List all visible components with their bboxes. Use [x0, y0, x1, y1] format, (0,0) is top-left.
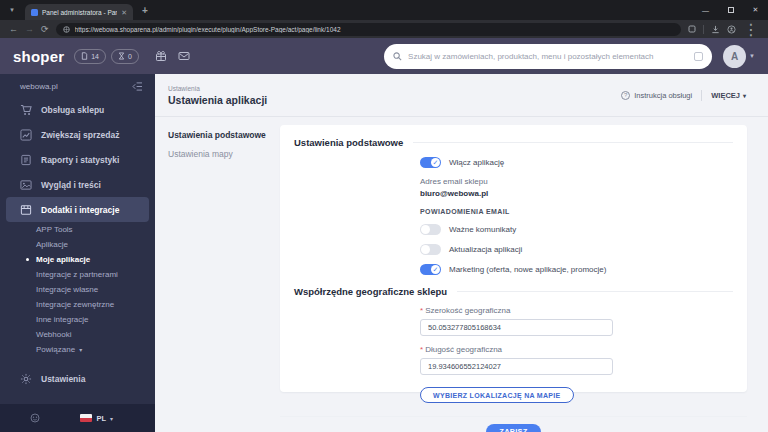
enable-app-toggle[interactable]: ✓ [420, 157, 441, 168]
notify-updates-row: ✓ Aktualizacja aplikacji [420, 244, 733, 255]
sidebar-subitem-integracje-z-partnerami[interactable]: Integracje z partnerami [0, 267, 155, 282]
language-selector[interactable]: PL ▾ [80, 414, 113, 423]
gear-icon [20, 373, 32, 385]
subnav-ustawienia-mapy[interactable]: Ustawienia mapy [168, 149, 278, 159]
subitem-label: APP Tools [36, 225, 73, 234]
sidebar-footer: PL ▾ [0, 404, 155, 432]
reload-icon[interactable]: ⟳ [41, 25, 49, 34]
email-value: biuro@webowa.pl [420, 189, 733, 198]
email-label: Adres email sklepu [420, 177, 733, 186]
sidebar-item-zwiekszaj-sprzedaz[interactable]: Zwiększaj sprzedaż [0, 122, 155, 147]
sidebar-item-dodatki-integracje[interactable]: Dodatki i integracje [6, 197, 149, 222]
chevron-down-icon: ▾ [79, 346, 82, 353]
maximize-button[interactable] [718, 0, 743, 20]
account-menu[interactable]: A ▼ [723, 45, 755, 68]
latitude-label: *Szerokość geograficzna [420, 306, 733, 315]
sidebar-header: webowa.pl [0, 74, 155, 97]
plugin-icon [20, 204, 32, 216]
active-dot [26, 258, 29, 261]
save-button[interactable]: ZAPISZ [486, 424, 540, 432]
sidebar-item-ustawienia[interactable]: Ustawienia [0, 366, 155, 391]
sidebar-item-wyglad[interactable]: Wygląd i treści [0, 172, 155, 197]
sidebar-item-label: Dodatki i integracje [41, 205, 119, 215]
sidebar-item-label: Raporty i statystyki [41, 155, 119, 165]
sidebar-subitem-webhooki[interactable]: Webhooki [0, 327, 155, 342]
sidebar-subitem-inne-integracje[interactable]: Inne integracje [0, 312, 155, 327]
sidebar-item-label: Zwiększaj sprzedaż [41, 130, 119, 140]
back-icon[interactable]: ← [9, 25, 18, 34]
main-content: Ustawienia Ustawienia aplikacji ? Instru… [155, 74, 768, 432]
cart-icon [20, 104, 32, 116]
required-mark: * [420, 345, 423, 354]
window-controls: — ✕ [693, 0, 768, 20]
notify-updates-toggle[interactable]: ✓ [420, 244, 441, 255]
download-icon[interactable] [711, 25, 720, 34]
minimize-button[interactable]: — [693, 0, 718, 20]
global-search[interactable] [384, 44, 712, 69]
tab-search-icon[interactable]: ▾ [5, 3, 19, 17]
assistant-icon[interactable] [30, 413, 40, 423]
section-rule [457, 291, 733, 292]
more-label: WIĘCEJ [711, 91, 740, 100]
site-info-icon[interactable] [63, 26, 70, 33]
sidebar-item-raporty[interactable]: Raporty i statystyki [0, 147, 155, 172]
sidebar-subitem-integracje-wlasne[interactable]: Integracje własne [0, 282, 155, 297]
mail-icon[interactable] [178, 51, 190, 61]
notes-badge[interactable]: 14 [74, 49, 106, 64]
sidebar-item-label: Wygląd i treści [41, 180, 101, 190]
toggle-knob: ✓ [421, 245, 430, 254]
toggle-label: Ważne komunikaty [449, 225, 516, 234]
sidebar-subitem-moje-aplikacje[interactable]: Moje aplikacje [0, 252, 155, 267]
sidebar-item-obsluga-sklepu[interactable]: Obsługa sklepu [0, 97, 155, 122]
document-icon [81, 52, 88, 60]
maximize-icon [728, 7, 734, 13]
longitude-label: *Długość geograficzna [420, 345, 733, 354]
choose-location-button[interactable]: WYBIERZ LOKALIZACJĘ NA MAPIE [420, 387, 574, 403]
more-button[interactable]: WIĘCEJ ▾ [711, 91, 746, 100]
section-geo-header: Współrzędne geograficzne sklepu [294, 286, 733, 297]
search-hotkey-icon [694, 52, 703, 61]
subitem-label: Powiązane [36, 345, 75, 354]
avatar[interactable]: A [723, 45, 746, 68]
subnav-ustawienia-podstawowe[interactable]: Ustawienia podstawowe [168, 130, 278, 140]
tab-favicon-icon [31, 9, 38, 16]
toggle-label: Włącz aplikację [449, 158, 504, 167]
label-text: Szerokość geograficzna [425, 306, 510, 315]
browser-tab[interactable]: Panel administratora - Panel Ad ✕ [25, 4, 133, 20]
question-icon: ? [621, 91, 630, 100]
menu-kebab-icon[interactable]: ⋮ [743, 20, 759, 39]
settings-card: Ustawienia podstawowe ✓ Włącz aplikację … [280, 125, 747, 392]
search-icon [393, 52, 402, 61]
sidebar-subitem-aplikacje[interactable]: Aplikacje [0, 237, 155, 252]
browser-toolbar: ← → ⟳ https://webowa.shoparena.pl/admin/… [0, 20, 768, 38]
enable-app-row: ✓ Włącz aplikację [420, 157, 733, 168]
side-panel-icon[interactable] [688, 25, 696, 33]
url-text: https://webowa.shoparena.pl/admin/plugin… [75, 26, 341, 33]
sidebar-item-label: Obsługa sklepu [41, 105, 104, 115]
tab-close-icon[interactable]: ✕ [121, 9, 127, 16]
chevron-down-icon: ▾ [110, 415, 113, 422]
help-link[interactable]: ? Instrukcja obsługi [621, 91, 692, 100]
profile-icon[interactable] [727, 25, 736, 34]
notify-marketing-toggle[interactable]: ✓ [420, 264, 441, 275]
tasks-badge[interactable]: 0 [111, 49, 139, 64]
section-title: Ustawienia podstawowe [294, 137, 403, 148]
subitem-label: Integracje zewnętrzne [36, 300, 114, 309]
tasks-count: 0 [128, 53, 132, 60]
address-bar[interactable]: https://webowa.shoparena.pl/admin/plugin… [56, 23, 681, 36]
sidebar-subitem-app-tools[interactable]: APP Tools [0, 222, 155, 237]
basic-fields: ✓ Włącz aplikację Adres email sklepu biu… [420, 157, 733, 275]
subitem-label: Integracje własne [36, 285, 98, 294]
notify-important-toggle[interactable]: ✓ [420, 224, 441, 235]
close-button[interactable]: ✕ [743, 0, 768, 20]
toggle-label: Marketing (oferta, nowe aplikacje, promo… [449, 265, 606, 274]
new-tab-button[interactable]: + [142, 5, 148, 16]
sidebar-subitem-powiazane[interactable]: Powiązane▾ [0, 342, 155, 357]
longitude-input[interactable] [420, 358, 613, 375]
sidebar-subitem-integracje-zewnetrzne[interactable]: Integracje zewnętrzne [0, 297, 155, 312]
forward-icon[interactable]: → [25, 25, 34, 34]
search-input[interactable] [408, 52, 688, 61]
latitude-input[interactable] [420, 319, 613, 336]
collapse-sidebar-icon[interactable] [132, 82, 143, 91]
gift-icon[interactable] [155, 50, 167, 62]
